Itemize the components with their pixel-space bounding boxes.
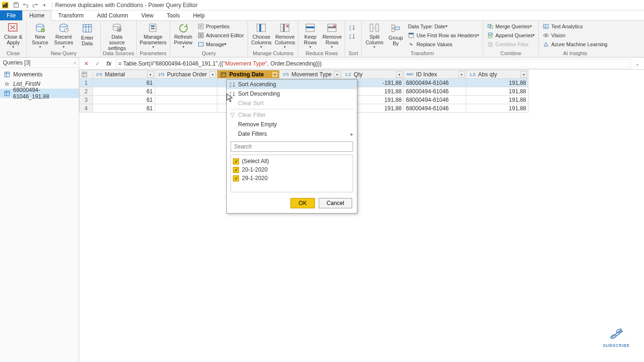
col-header-id-index[interactable]: ABC ID Index▾ xyxy=(404,70,466,79)
manage-query-button[interactable]: Manage ▾ xyxy=(196,40,246,49)
formula-input[interactable]: = Table.Sort(#"68000494-61046_191,1",{{"… xyxy=(116,59,631,68)
col-header-qty[interactable]: 1.2 Qty▾ xyxy=(342,70,404,79)
recent-sources-button[interactable]: Recent Sources▾ xyxy=(52,22,75,49)
tab-transform[interactable]: Transform xyxy=(51,10,90,20)
sort-ascending-item[interactable]: AZSort Ascending xyxy=(227,80,357,89)
tab-file[interactable]: File xyxy=(0,10,22,20)
checkbox-icon[interactable]: ✓ xyxy=(233,167,239,173)
cell-abs-qty[interactable]: 191,88 xyxy=(466,104,528,113)
sort-asc-button[interactable]: AZ xyxy=(347,23,359,32)
cell-id-index[interactable]: 68000494-61046 xyxy=(404,96,466,104)
col-header-movement-type[interactable]: 1²3 Movement Type▾ xyxy=(280,70,342,79)
clear-filter-label: Clear Filter xyxy=(238,112,266,118)
remove-rows-button[interactable]: Remove Rows▾ xyxy=(321,22,343,49)
first-row-headers-button[interactable]: Use First Row as Headers ▾ xyxy=(406,31,480,40)
filter-check-value[interactable]: ✓20-1-2020 xyxy=(233,165,351,174)
choose-columns-icon xyxy=(255,23,268,33)
checkbox-icon[interactable]: ✓ xyxy=(233,175,239,181)
grid-corner[interactable] xyxy=(80,70,93,79)
row-header[interactable]: 2 xyxy=(80,87,93,96)
tab-help[interactable]: Help xyxy=(186,10,211,20)
save-icon[interactable] xyxy=(12,1,20,9)
checkbox-icon[interactable]: ✓ xyxy=(233,158,239,165)
manage-parameters-button[interactable]: Manage Parameters▾ xyxy=(139,22,168,49)
group-label-close: Close xyxy=(2,50,25,57)
fx-icon[interactable]: fx xyxy=(105,59,113,68)
type-text-icon: ABC xyxy=(406,71,414,78)
append-queries-button[interactable]: Append Queries ▾ xyxy=(485,31,537,40)
choose-columns-button[interactable]: Choose Columns▾ xyxy=(250,22,272,49)
qat-dropdown-icon[interactable]: ▾ xyxy=(41,1,48,9)
cell-material[interactable]: 61 xyxy=(93,96,155,104)
row-header[interactable]: 1 xyxy=(80,79,93,87)
row-header[interactable]: 4 xyxy=(80,104,93,113)
sort-desc-icon: ZA xyxy=(229,90,236,98)
row-header[interactable]: 3 xyxy=(80,96,93,104)
vision-button[interactable]: Vision xyxy=(541,31,609,40)
filter-icon[interactable]: ▾ xyxy=(458,71,465,78)
remove-columns-button[interactable]: Remove Columns▾ xyxy=(273,22,296,49)
cell-abs-qty[interactable]: 191,88 xyxy=(466,87,528,96)
merge-queries-button[interactable]: Merge Queries ▾ xyxy=(485,22,537,31)
data-type-button[interactable]: Data Type: Date ▾ xyxy=(406,22,480,31)
close-apply-button[interactable]: Close & Apply▾ xyxy=(2,22,25,49)
date-filters-item[interactable]: Date Filters▸ xyxy=(227,129,357,139)
col-header-purchase-order[interactable]: 1²3 Purchase Order▾ xyxy=(155,70,217,79)
filter-check-value[interactable]: ✓29-1-2020 xyxy=(233,174,351,182)
filter-icon[interactable]: ▾ xyxy=(334,71,340,78)
tab-home[interactable]: Home xyxy=(22,10,51,21)
cell-purchase-order[interactable] xyxy=(155,79,217,87)
cell-purchase-order[interactable] xyxy=(155,87,217,96)
data-source-settings-button[interactable]: Data source settings xyxy=(103,22,131,49)
remove-empty-item[interactable]: Remove Empty xyxy=(227,120,357,129)
cell-id-index[interactable]: 68000494-61046 xyxy=(404,87,466,96)
col-header-posting-date[interactable]: Posting Date▾ xyxy=(217,70,280,79)
filter-icon[interactable]: ▾ xyxy=(272,71,278,78)
svg-rect-34 xyxy=(392,29,395,32)
filter-icon[interactable]: ▾ xyxy=(209,71,216,78)
split-column-button[interactable]: Split Column▾ xyxy=(363,22,385,49)
tab-view[interactable]: View xyxy=(135,10,160,20)
cancel-button[interactable]: Cancel xyxy=(319,198,352,208)
expand-formula-icon[interactable]: ⌄ xyxy=(634,60,641,67)
cell-purchase-order[interactable] xyxy=(155,104,217,113)
filter-search-input[interactable] xyxy=(231,141,353,152)
filter-icon[interactable]: ▾ xyxy=(396,71,403,78)
cell-purchase-order[interactable] xyxy=(155,96,217,104)
tab-add-column[interactable]: Add Column xyxy=(91,10,135,20)
ok-button[interactable]: OK xyxy=(290,198,314,208)
text-analytics-button[interactable]: AText Analytics xyxy=(541,22,609,31)
enter-data-button[interactable]: Enter Data xyxy=(76,22,99,49)
cell-material[interactable]: 61 xyxy=(93,104,155,113)
group-by-button[interactable]: Group By xyxy=(386,22,405,49)
cell-id-index[interactable]: 68000494-61046 xyxy=(404,79,466,87)
col-header-abs-qty[interactable]: 1.2 Abs qty▾ xyxy=(466,70,528,79)
cell-material[interactable]: 61 xyxy=(93,87,155,96)
redo-icon[interactable] xyxy=(31,1,39,9)
replace-values-button[interactable]: Replace Values xyxy=(406,40,480,49)
new-source-button[interactable]: New Source▾ xyxy=(29,22,51,49)
filter-check-select-all[interactable]: ✓(Select All) xyxy=(233,157,351,165)
keep-rows-button[interactable]: Keep Rows▾ xyxy=(300,22,320,49)
col-header-material[interactable]: 1²3 Material▾ xyxy=(93,70,155,79)
undo-icon[interactable] xyxy=(22,1,29,9)
cell-material[interactable]: 61 xyxy=(93,79,155,87)
tab-tools[interactable]: Tools xyxy=(160,10,186,20)
sort-desc-button[interactable]: ZA xyxy=(347,32,359,41)
cell-id-index[interactable]: 68000494-61046 xyxy=(404,104,466,113)
refresh-preview-button[interactable]: Refresh Preview▾ xyxy=(172,22,195,49)
combine-files-button[interactable]: Combine Files xyxy=(485,40,537,49)
cell-abs-qty[interactable]: 191,88 xyxy=(466,96,528,104)
filter-icon[interactable]: ▾ xyxy=(520,71,527,78)
query-item-selected[interactable]: 68000494-61046_191,88 xyxy=(0,89,79,98)
azure-ml-button[interactable]: Azure Machine Learning xyxy=(541,40,609,49)
accept-formula-icon[interactable]: ✓ xyxy=(93,59,102,68)
sort-descending-item[interactable]: ZASort Descending xyxy=(227,89,357,99)
cell-abs-qty[interactable]: 191,88 xyxy=(466,79,528,87)
filter-icon[interactable]: ▾ xyxy=(147,71,154,78)
query-item-movements[interactable]: Movements xyxy=(0,70,79,79)
properties-button[interactable]: Properties xyxy=(196,22,246,31)
cancel-formula-icon[interactable]: ✕ xyxy=(82,59,91,68)
advanced-editor-button[interactable]: Advanced Editor xyxy=(196,31,246,40)
collapse-pane-icon[interactable]: ‹ xyxy=(74,59,76,66)
